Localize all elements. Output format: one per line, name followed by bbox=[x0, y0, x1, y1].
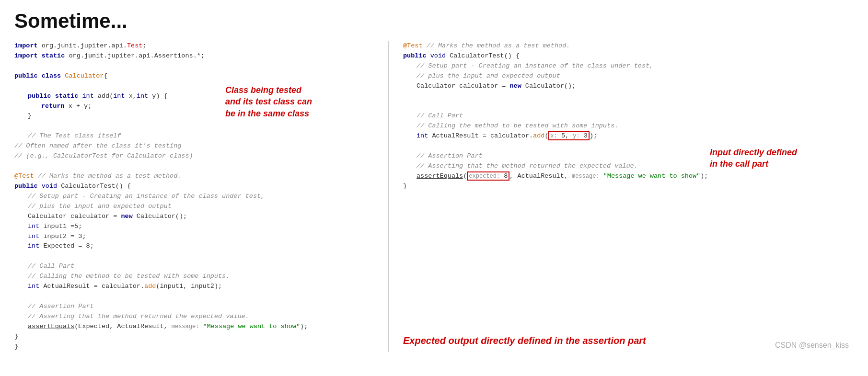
comment-plus: // plus the input and expected output bbox=[14, 202, 388, 212]
input1: int input1 =5; bbox=[14, 222, 388, 232]
calculator-new: Calculator calculator = new Calculator()… bbox=[14, 212, 388, 222]
r-actual-result: int ActualResult = calculator.add(x: 5, … bbox=[403, 131, 854, 141]
import-line2: import static org.junit.jupiter.api.Asse… bbox=[14, 51, 388, 61]
right-annotation-bottom: Expected output directly defined in the … bbox=[403, 334, 715, 347]
r-comment-setup: // Setup part - Creating an instance of … bbox=[403, 61, 854, 71]
right-annotation-top: Input directly defined in the call part bbox=[710, 147, 844, 170]
page-title: Sometime... bbox=[14, 10, 854, 33]
expected: int Expected = 8; bbox=[14, 241, 388, 251]
page-container: Sometime... import org.junit.jupiter.api… bbox=[0, 0, 868, 362]
actual-result: int ActualResult = calculator.add(input1… bbox=[14, 282, 388, 292]
left-annotation: Class being tested and its test class ca… bbox=[225, 84, 340, 119]
comment-call: // Call Part bbox=[14, 262, 388, 272]
class-decl: public class Calculator{ bbox=[14, 71, 388, 81]
test-method-decl: public void CalculatorTest() { bbox=[14, 182, 388, 192]
left-panel: import org.junit.jupiter.api.Test; impor… bbox=[14, 41, 388, 352]
r-test-method-decl: public void CalculatorTest() { bbox=[403, 51, 854, 61]
r-method-close: } bbox=[403, 182, 854, 192]
watermark: CSDN @sensen_kiss bbox=[775, 341, 849, 350]
r-comment-call: // Call Part bbox=[403, 111, 854, 121]
import-line1: import org.junit.jupiter.api.Test; bbox=[14, 41, 388, 51]
r-comment-plus: // plus the input and expected output bbox=[403, 71, 854, 81]
input2: int input2 = 3; bbox=[14, 232, 388, 242]
comment-often: // Often named after the class it's test… bbox=[14, 141, 388, 151]
annotation-test: @Test // Marks the method as a test meth… bbox=[14, 171, 388, 182]
comment-eg: // (e.g., CalculatorTest for Calculator … bbox=[14, 151, 388, 161]
r-calculator-new: Calculator calculator = new Calculator()… bbox=[403, 81, 854, 91]
r-comment-calling: // Calling the method to be tested with … bbox=[403, 121, 854, 131]
comment-test-class: // The Test class itself bbox=[14, 131, 388, 141]
class-close: } bbox=[14, 342, 388, 352]
comment-asserting: // Asserting that the method returned th… bbox=[14, 312, 388, 322]
right-panel: @Test // Marks the method as a test meth… bbox=[389, 41, 854, 352]
comment-calling: // Calling the method to be tested with … bbox=[14, 272, 388, 282]
content-area: import org.junit.jupiter.api.Test; impor… bbox=[14, 41, 854, 352]
r-annotation-test: @Test // Marks the method as a test meth… bbox=[403, 41, 854, 51]
comment-setup: // Setup part - Creating an instance of … bbox=[14, 192, 388, 202]
assert-equals: assertEquals(Expected, ActualResult, mes… bbox=[14, 322, 388, 332]
comment-assert: // Assertion Part bbox=[14, 302, 388, 312]
method-close2: } bbox=[14, 332, 388, 342]
r-assert-equals: assertEquals(expected: 8, ActualResult, … bbox=[403, 171, 854, 182]
